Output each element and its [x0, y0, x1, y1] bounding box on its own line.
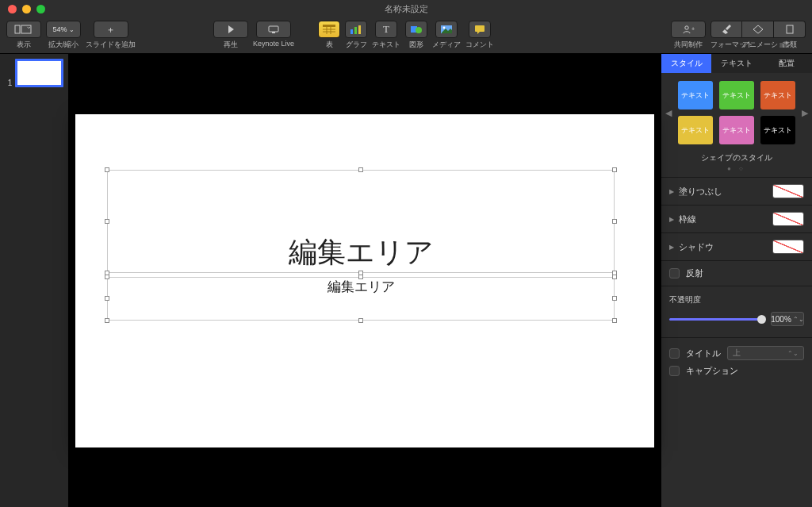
style-swatch[interactable]: テキスト — [760, 81, 795, 109]
fill-section[interactable]: ▶塗りつぶし — [661, 177, 812, 205]
title-text-box[interactable]: 編集エリア — [107, 170, 615, 273]
collaborate-button[interactable]: + — [671, 21, 706, 38]
swatch-label: テキスト — [681, 125, 710, 136]
resize-handle[interactable] — [358, 275, 363, 279]
table-button[interactable] — [318, 21, 340, 38]
slide-thumbnail[interactable] — [15, 59, 63, 87]
window-minimize-button[interactable] — [22, 5, 31, 13]
keynote-live-label: Keynote Live — [253, 40, 294, 48]
style-next-button[interactable]: ▶ — [801, 108, 809, 118]
broadcast-icon — [266, 25, 281, 34]
title-position-select[interactable]: 上 ⌃⌄ — [727, 346, 804, 360]
svg-point-16 — [443, 27, 446, 29]
swatch-label: テキスト — [764, 90, 792, 101]
add-slide-label: スライドを追加 — [86, 40, 136, 50]
style-swatch[interactable]: テキスト — [760, 116, 795, 144]
swatch-label: テキスト — [764, 125, 792, 136]
resize-handle[interactable] — [105, 296, 109, 301]
chart-button[interactable] — [345, 21, 367, 38]
keynote-live-button[interactable] — [256, 21, 291, 38]
slider-thumb[interactable] — [757, 315, 766, 324]
plus-icon: ＋ — [106, 24, 115, 36]
style-prev-button[interactable]: ◀ — [665, 108, 672, 118]
title-checkbox[interactable] — [669, 348, 680, 359]
format-inspector-button[interactable] — [710, 21, 742, 38]
window-close-button[interactable] — [8, 5, 17, 13]
resize-handle[interactable] — [105, 219, 109, 224]
swatch-label: テキスト — [722, 90, 751, 101]
shadow-label: シャドウ — [679, 241, 714, 253]
text-label: テキスト — [372, 40, 400, 50]
stepper-icon[interactable]: ⌃⌄ — [793, 316, 804, 323]
play-icon — [226, 25, 236, 34]
resize-handle[interactable] — [612, 167, 617, 172]
fill-label: 塗りつぶし — [679, 186, 722, 198]
play-label: 再生 — [224, 40, 238, 50]
media-button[interactable] — [435, 21, 458, 38]
border-section[interactable]: ▶枠線 — [661, 205, 812, 232]
disclosure-triangle-icon: ▶ — [669, 244, 674, 251]
style-swatch[interactable]: テキスト — [678, 116, 713, 144]
view-label: 表示 — [17, 40, 31, 50]
caption-checkbox-label: キャプション — [686, 365, 738, 377]
reflection-label: 反射 — [686, 267, 703, 279]
caption-checkbox[interactable] — [669, 366, 680, 376]
opacity-slider[interactable] — [669, 318, 764, 321]
subtitle-text[interactable]: 編集エリア — [327, 278, 395, 296]
swatch-label: テキスト — [681, 90, 710, 101]
view-menu-button[interactable] — [6, 21, 41, 38]
shadow-section[interactable]: ▶シャドウ — [661, 232, 812, 260]
svg-text:+: + — [691, 26, 695, 32]
svg-rect-3 — [272, 32, 275, 33]
resize-handle[interactable] — [612, 219, 617, 224]
shape-button[interactable] — [405, 21, 427, 38]
style-swatch[interactable]: テキスト — [678, 81, 713, 109]
animate-inspector-button[interactable] — [742, 21, 774, 38]
play-button[interactable] — [213, 21, 248, 38]
tab-arrange[interactable]: 配置 — [762, 54, 812, 73]
resize-handle[interactable] — [612, 275, 617, 279]
tab-style[interactable]: スタイル — [661, 54, 711, 73]
document-inspector-button[interactable] — [774, 21, 806, 38]
resize-handle[interactable] — [612, 318, 617, 323]
disclosure-triangle-icon: ▶ — [669, 188, 674, 195]
slide-thumbnail-row[interactable]: 1 — [5, 59, 63, 87]
comment-label: コメント — [465, 40, 494, 50]
title-position-value: 上 — [733, 348, 741, 359]
slide-navigator[interactable]: 1 — [0, 54, 68, 507]
svg-rect-17 — [475, 25, 485, 32]
title-text[interactable]: 編集エリア — [289, 233, 434, 272]
svg-point-14 — [416, 27, 422, 33]
slide[interactable]: 編集エリア 編集エリア — [75, 114, 654, 447]
shape-style-grid: テキストテキストテキストテキストテキストテキスト — [672, 81, 801, 144]
text-button[interactable]: T — [375, 21, 397, 38]
comment-button[interactable] — [469, 21, 491, 38]
opacity-value-field[interactable]: 100% ⌃⌄ — [771, 312, 804, 326]
subtitle-text-box[interactable]: 編集エリア — [107, 277, 615, 321]
slide-canvas[interactable]: 編集エリア 編集エリア — [68, 54, 661, 507]
zoom-menu-button[interactable]: 54% ⌄ — [46, 21, 81, 38]
resize-handle[interactable] — [358, 167, 363, 172]
svg-rect-10 — [350, 29, 353, 34]
resize-handle[interactable] — [105, 318, 109, 323]
shape-style-title: シェイプのスタイル — [661, 148, 812, 165]
reflection-row[interactable]: 反射 — [661, 260, 812, 286]
diamond-icon — [752, 25, 764, 34]
add-slide-button[interactable]: ＋ — [94, 21, 128, 38]
media-icon — [440, 25, 453, 34]
style-swatch[interactable]: テキスト — [719, 116, 754, 144]
window-zoom-button[interactable] — [36, 5, 45, 13]
toolbar: 表示 54% ⌄ 拡大/縮小 ＋ スライドを追加 再生 — [0, 17, 812, 54]
shadow-color-well[interactable] — [772, 240, 804, 254]
resize-handle[interactable] — [105, 167, 109, 172]
resize-handle[interactable] — [358, 318, 363, 323]
style-swatch[interactable]: テキスト — [719, 81, 754, 109]
border-color-well[interactable] — [772, 212, 804, 226]
resize-handle[interactable] — [105, 275, 109, 279]
swatch-label: テキスト — [722, 125, 751, 136]
reflection-checkbox[interactable] — [669, 268, 680, 278]
tab-text[interactable]: テキスト — [711, 54, 761, 73]
inspector-tabs: スタイル テキスト 配置 — [661, 54, 812, 73]
fill-color-well[interactable] — [772, 184, 804, 198]
resize-handle[interactable] — [612, 296, 617, 301]
